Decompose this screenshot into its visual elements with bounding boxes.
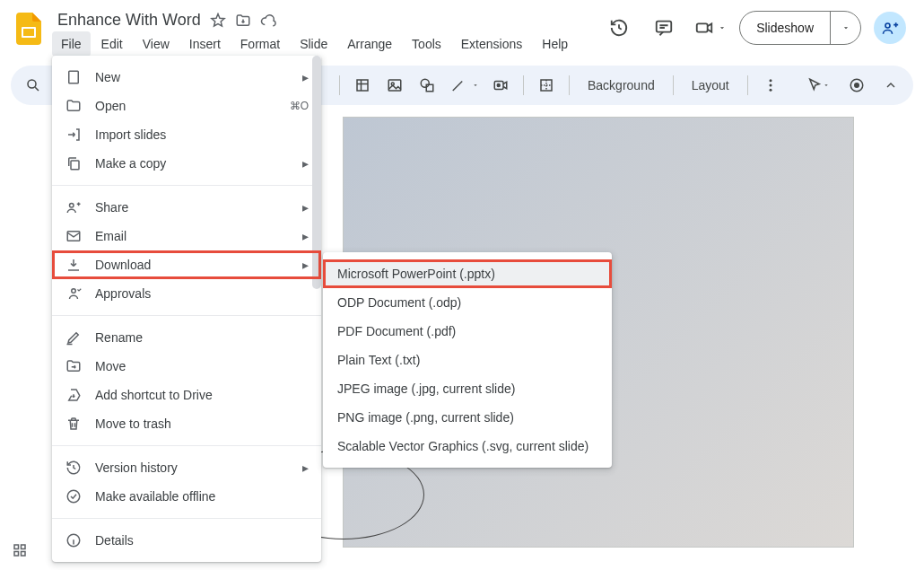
- fm-open[interactable]: Open ⌘O: [52, 92, 321, 120]
- menu-arrange[interactable]: Arrange: [338, 31, 401, 57]
- fm-details[interactable]: Details: [52, 526, 321, 555]
- svg-point-23: [72, 289, 76, 294]
- svg-point-14: [769, 79, 771, 82]
- fm-rename[interactable]: Rename: [52, 323, 321, 352]
- history-icon[interactable]: [603, 12, 635, 44]
- separator: [339, 75, 340, 95]
- dm-pdf[interactable]: PDF Document (.pdf): [323, 317, 612, 346]
- svg-rect-6: [357, 80, 368, 91]
- slides-logo[interactable]: [11, 11, 47, 47]
- drive-shortcut-icon: [65, 386, 83, 404]
- separator: [52, 185, 321, 186]
- line-icon[interactable]: [446, 72, 482, 99]
- fm-email[interactable]: Email ▸: [52, 222, 321, 250]
- email-icon: [65, 227, 83, 245]
- slideshow-dropdown[interactable]: [830, 12, 860, 44]
- slideshow-button: Slideshow: [739, 11, 861, 45]
- svg-rect-26: [14, 545, 19, 549]
- import-icon: [65, 126, 83, 144]
- star-icon[interactable]: [210, 13, 226, 29]
- fm-download[interactable]: Download ▸: [52, 250, 321, 279]
- menu-format[interactable]: Format: [231, 31, 289, 57]
- offline-icon: [65, 487, 83, 505]
- chevron-right-icon: ▸: [302, 258, 309, 272]
- fm-label: Rename: [95, 330, 309, 345]
- move-folder-icon[interactable]: [235, 13, 251, 29]
- chevron-right-icon: ▸: [302, 156, 309, 171]
- fm-label: Move to trash: [95, 417, 309, 431]
- chevron-right-icon: ▸: [302, 200, 309, 215]
- dm-svg[interactable]: Scalable Vector Graphics (.svg, current …: [323, 432, 612, 460]
- fm-version[interactable]: Version history ▸: [52, 453, 321, 482]
- dm-jpeg[interactable]: JPEG image (.jpg, current slide): [323, 374, 612, 403]
- select-icon[interactable]: [349, 72, 376, 99]
- fm-approvals[interactable]: Approvals: [52, 279, 321, 308]
- pointer-icon[interactable]: [800, 72, 836, 99]
- trash-icon: [65, 415, 83, 433]
- comments-icon[interactable]: [648, 12, 680, 44]
- background-button[interactable]: Background: [579, 78, 664, 92]
- fm-shortcut: ⌘O: [290, 100, 309, 112]
- menu-view[interactable]: View: [134, 31, 179, 57]
- chevron-right-icon: ▸: [302, 70, 309, 84]
- doc-title[interactable]: Enhance With Word: [57, 11, 201, 30]
- fm-copy[interactable]: Make a copy ▸: [52, 149, 321, 178]
- dm-png[interactable]: PNG image (.png, current slide): [323, 403, 612, 432]
- copy-icon: [65, 154, 83, 172]
- dm-pptx[interactable]: Microsoft PowerPoint (.pptx): [323, 259, 612, 288]
- fm-share[interactable]: Share ▸: [52, 193, 321, 222]
- image-icon[interactable]: [381, 72, 408, 99]
- menu-extensions[interactable]: Extensions: [452, 31, 531, 57]
- fm-label: New: [95, 70, 302, 84]
- fm-label: Open: [95, 99, 290, 113]
- share-button[interactable]: [874, 12, 906, 44]
- chevron-down-icon[interactable]: [718, 23, 727, 32]
- search-menu-icon[interactable]: [20, 72, 47, 99]
- svg-rect-7: [388, 80, 401, 91]
- new-slide-icon[interactable]: [533, 72, 560, 99]
- share-icon: [65, 198, 83, 216]
- fm-shortcut[interactable]: Add shortcut to Drive: [52, 381, 321, 409]
- menu-insert[interactable]: Insert: [180, 31, 230, 57]
- svg-rect-29: [22, 552, 26, 557]
- chevron-up-icon[interactable]: [877, 72, 904, 99]
- menu-edit[interactable]: Edit: [92, 31, 132, 57]
- record-dot-icon[interactable]: [843, 72, 870, 99]
- svg-point-24: [67, 490, 80, 503]
- svg-rect-10: [426, 84, 433, 92]
- separator: [747, 75, 748, 95]
- svg-rect-28: [14, 552, 19, 557]
- svg-point-16: [769, 89, 771, 92]
- fm-new[interactable]: New ▸: [52, 63, 321, 92]
- menu-help[interactable]: Help: [533, 31, 577, 57]
- fm-import[interactable]: Import slides: [52, 120, 321, 149]
- svg-rect-2: [657, 22, 672, 32]
- layout-button[interactable]: Layout: [683, 78, 738, 92]
- shape-icon[interactable]: [414, 72, 440, 99]
- dm-odp[interactable]: ODP Document (.odp): [323, 288, 612, 317]
- more-icon[interactable]: [757, 72, 784, 99]
- svg-point-4: [885, 23, 890, 28]
- slideshow-main[interactable]: Slideshow: [740, 12, 830, 44]
- menu-slide[interactable]: Slide: [291, 31, 336, 57]
- svg-point-15: [769, 84, 771, 87]
- dm-txt[interactable]: Plain Text (.txt): [323, 346, 612, 374]
- fm-offline[interactable]: Make available offline: [52, 482, 321, 511]
- fm-trash[interactable]: Move to trash: [52, 409, 321, 438]
- download-icon: [65, 256, 83, 274]
- svg-point-9: [421, 79, 429, 87]
- video-rec-icon[interactable]: [487, 72, 514, 99]
- grid-apps-icon[interactable]: [9, 539, 31, 561]
- svg-point-21: [70, 204, 74, 208]
- menu-tools[interactable]: Tools: [403, 31, 450, 57]
- fm-label: Add shortcut to Drive: [95, 388, 309, 402]
- fm-label: Details: [95, 533, 309, 548]
- separator: [52, 518, 321, 519]
- camera-icon[interactable]: [693, 12, 716, 44]
- menu-file[interactable]: File: [52, 31, 91, 57]
- separator: [52, 445, 321, 446]
- fm-label: Download: [95, 258, 302, 272]
- fm-label: Approvals: [95, 286, 309, 301]
- cloud-status-icon[interactable]: [260, 13, 276, 29]
- fm-move[interactable]: Move: [52, 352, 321, 381]
